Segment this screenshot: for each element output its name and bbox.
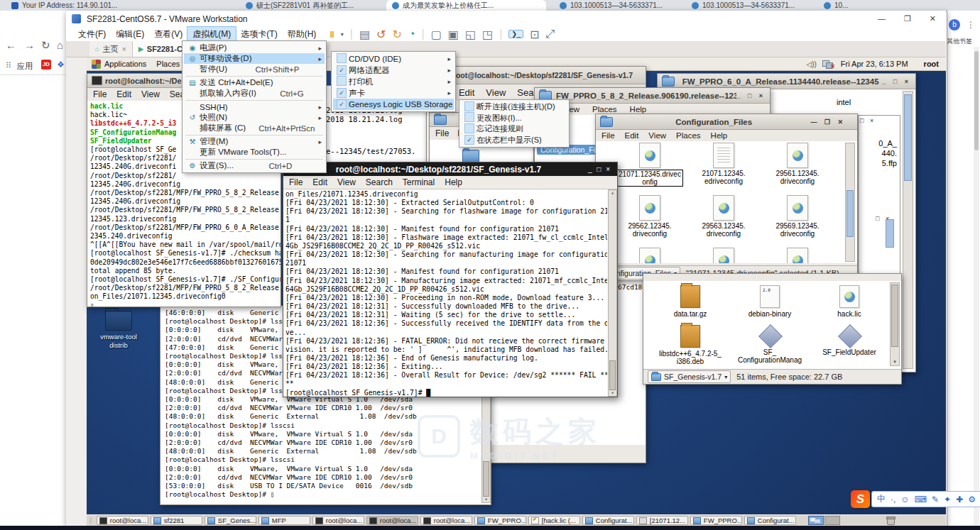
tab-close-icon[interactable]: × — [121, 45, 126, 53]
menu-item[interactable]: File — [289, 177, 303, 187]
taskbar-window-button[interactable]: MFP — [258, 516, 310, 525]
window-titlebar[interactable]: root@localhost:~/Desktop/sf2281/SF_Genes… — [427, 67, 646, 84]
taskbar-window-button[interactable]: sf2281 — [151, 516, 202, 525]
menu-item[interactable]: Help — [630, 105, 647, 114]
trash-icon[interactable] — [886, 517, 895, 524]
vmware-tab[interactable]: ⌂ 主页 × — [89, 41, 133, 57]
device-menu-item[interactable]: ✓ 网络适配器 ▸ — [333, 65, 454, 76]
vm-menu-item[interactable]: ▤ 发送 Ctrl+Alt+Del(E) — [184, 77, 325, 88]
vmware-menu-item[interactable]: 帮助(H) — [283, 27, 322, 42]
bookmark-apps[interactable]: 应用 — [17, 61, 33, 72]
menu-item[interactable]: Help — [445, 177, 462, 187]
device-menu-item[interactable]: ✓ Genesys Logic USB Storage ▸ — [333, 99, 454, 110]
taskbar-window-button[interactable]: FW_PPRO... — [690, 516, 742, 525]
vmware-menu-item[interactable]: 编辑(E) — [111, 27, 149, 42]
toolbar-icon[interactable]: | — [422, 28, 425, 40]
window-buttons[interactable]: — ❐ ✕ — [810, 118, 853, 126]
bookmark-jd[interactable]: JD — [41, 60, 51, 70]
vm-menu-item[interactable]: 捕获屏幕 (C) Ctrl+Alt+PrtScn — [184, 123, 325, 133]
folder-icon[interactable] — [462, 150, 479, 162]
toolbar-icon[interactable]: ◱ — [465, 28, 476, 41]
profile-avatar[interactable]: b — [949, 19, 960, 31]
vm-menu-item[interactable]: ◉ 电源(P) ▸ — [184, 43, 325, 53]
file-item[interactable]: SF_ConfigurationManag — [733, 325, 807, 364]
browser-tab[interactable]: 10... — [818, 0, 946, 11]
taskbar-window-button[interactable]: FW_PPRO... — [474, 516, 526, 525]
applications-menu[interactable]: Applications — [104, 60, 146, 68]
file-item[interactable]: 21071.12345.edriveconfig — [689, 143, 758, 185]
taskbar-handle[interactable]: ⡇ — [89, 517, 94, 524]
scrollbar[interactable]: ▴ ▾ — [608, 189, 617, 397]
scrollbar[interactable] — [845, 143, 855, 262]
sogou-toolbar-icon[interactable]: ✚ — [956, 495, 963, 504]
menu-item[interactable]: File — [435, 128, 449, 138]
minimize-button[interactable]: — — [878, 14, 886, 23]
taskbar-window-button[interactable]: root@loca... — [366, 516, 418, 525]
menu-item[interactable]: Edit — [625, 131, 639, 140]
menu-item[interactable]: File — [601, 131, 615, 140]
browser-scrollbar[interactable] — [974, 47, 979, 530]
location-dropdown[interactable]: SF_Genesis-v1.7 ▾ — [648, 370, 731, 383]
menu-item[interactable]: Help — [711, 131, 728, 140]
menu-item[interactable]: View — [141, 89, 160, 99]
menu-item[interactable]: Edit — [116, 89, 131, 99]
vm-menu-item[interactable]: SSH(H) ▸ — [184, 101, 325, 112]
vm-menu-item[interactable]: 暂停(U) Ctrl+Shift+P — [184, 64, 325, 74]
scroll-up-arrow[interactable]: ▴ — [609, 190, 616, 196]
usb-menu-item[interactable]: 更改图标(I)... — [461, 113, 567, 124]
toolbar-icon[interactable]: ❯_ — [508, 30, 523, 38]
file-item[interactable]: data.tar.gz — [653, 285, 727, 318]
network-icon[interactable]: ✕ — [822, 60, 834, 68]
back-icon[interactable]: ← — [6, 39, 16, 51]
menu-item[interactable]: Places — [592, 105, 617, 114]
sogou-toolbar-icon[interactable]: ⚙ — [968, 495, 976, 504]
usb-menu-item[interactable]: 断开连接(连接主机)(D) — [461, 101, 567, 113]
file-label[interactable]: intel — [837, 98, 851, 106]
apps-grid-icon[interactable]: ⠿ — [6, 61, 11, 70]
toolbar-icon[interactable]: ◳ — [482, 28, 493, 41]
sogou-toolbar-icon[interactable]: ☺ — [900, 495, 909, 504]
browser-scrollbar-thumb[interactable] — [974, 51, 979, 150]
menu-item[interactable]: Edit — [312, 177, 327, 187]
taskbar-window-button[interactable]: [21071.12... — [636, 516, 688, 525]
browser-tab[interactable]: 103.1000513—34-5633371... — [686, 0, 814, 11]
scrollbar-thumb[interactable] — [886, 219, 894, 248]
sogou-toolbar-icon[interactable]: ·, — [891, 495, 895, 504]
vm-menu-item[interactable]: ↺ 快照(N) ▸ — [184, 112, 325, 123]
bookmark-paw-icon[interactable]: ❖ — [57, 60, 65, 70]
workspace-active[interactable] — [808, 516, 824, 525]
taskbar-window-button[interactable]: root@loca... — [312, 516, 364, 525]
vmware-menu-item[interactable]: 选项卡(T) — [236, 27, 282, 42]
file-item[interactable]: debian-binary — [733, 285, 807, 318]
file-item[interactable]: 29562.12345.driveconfig — [615, 195, 685, 238]
forward-icon[interactable]: → — [24, 39, 35, 51]
vm-menu-item[interactable]: 更新 VMware Tools(T)... — [184, 147, 325, 158]
menu-item[interactable]: Edit — [459, 87, 474, 98]
scroll-down-arrow[interactable]: ▾ — [609, 390, 616, 396]
file-item[interactable]: 21071.12345.driveconfig — [615, 143, 685, 187]
browser-tab[interactable]: Your IP Address: 114.90.101... — [6, 0, 165, 11]
toolbar-icon[interactable]: ▢ — [431, 28, 442, 41]
scrollbar[interactable] — [903, 91, 913, 369]
browser-tab[interactable]: 103.1000513—34-5633371... — [554, 0, 682, 11]
close-button[interactable]: ✕ — [930, 14, 936, 23]
sogou-logo[interactable]: S — [851, 490, 870, 508]
file-item[interactable]: 29569.12345.driveconfig — [763, 195, 832, 238]
file-item[interactable]: 29573.12345. — [615, 248, 685, 263]
vmware-menu-item[interactable]: 虚拟机(M) — [187, 27, 236, 42]
file-item[interactable]: 29585.12345. — [763, 248, 832, 263]
toolbar-icon[interactable]: ▣ — [448, 28, 459, 41]
toolbar-icon[interactable]: ↺ — [376, 28, 386, 41]
taskbar-window-button[interactable]: SF_Genes... — [205, 516, 256, 525]
window-titlebar[interactable]: Configuration_Files — ❐ ✕ — [596, 114, 857, 130]
usb-menu-item[interactable]: ✓ 在状态栏中显示(S) — [461, 135, 567, 146]
other-bookmarks[interactable]: 其他书签 — [947, 37, 972, 46]
desktop-icon-vmware-tools-distrib[interactable]: vmware-tool distrib — [97, 311, 140, 362]
device-menu-item[interactable]: ✓ 声卡 ▸ — [333, 87, 454, 99]
vmware-menu-item[interactable]: 查看(V) — [149, 27, 187, 42]
vmware-menu-item[interactable]: 文件(F) — [73, 27, 111, 42]
maximize-button[interactable]: ❐ — [904, 14, 911, 23]
toolbar-icon[interactable]: ‖ — [330, 29, 334, 40]
vm-menu-item[interactable]: ⚙ 设置(S)... Ctrl+D — [184, 160, 325, 171]
toolbar-icon[interactable]: ▾ — [341, 31, 344, 38]
